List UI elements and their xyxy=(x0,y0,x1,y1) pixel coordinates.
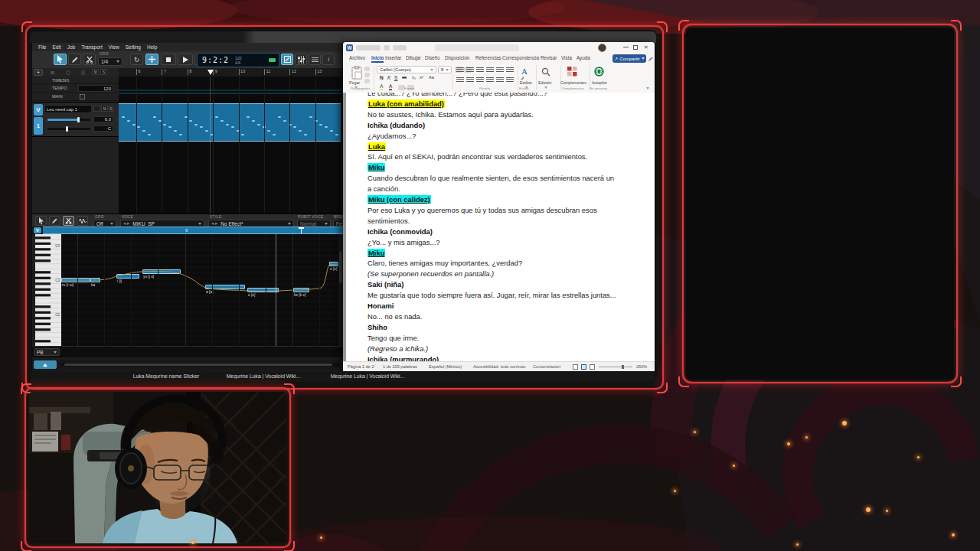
paragraph-tool-icon[interactable] xyxy=(496,67,504,73)
close-button[interactable]: ✕ xyxy=(644,44,648,51)
maximize-button[interactable] xyxy=(633,45,638,50)
pr-wave-tool-button[interactable] xyxy=(77,216,88,226)
region-strip[interactable]: 9 xyxy=(43,227,343,234)
bold-button[interactable]: N xyxy=(380,75,384,80)
tab-vista[interactable]: Vista xyxy=(561,55,572,60)
info-button[interactable]: i xyxy=(322,54,335,65)
cut-icon[interactable] xyxy=(364,67,370,71)
paragraph-tool-icon[interactable] xyxy=(466,67,474,73)
mixer-button[interactable] xyxy=(295,54,307,65)
autosave-toggle[interactable] xyxy=(356,45,381,51)
master-solo-button[interactable]: S xyxy=(100,69,107,75)
pan-slider[interactable] xyxy=(47,128,90,130)
highlight-color-button[interactable]: A xyxy=(380,83,383,90)
zoom-slider[interactable] xyxy=(599,367,632,367)
subscript-button[interactable]: x₂ xyxy=(412,75,416,80)
paragraph-tool-icon[interactable] xyxy=(486,67,494,73)
addins-icon[interactable] xyxy=(567,67,577,77)
daw-menu-file[interactable]: File xyxy=(38,44,46,50)
stop-button[interactable] xyxy=(161,54,176,65)
pr-pointer-tool-button[interactable] xyxy=(35,216,47,226)
master-mute-button[interactable]: M xyxy=(92,69,99,75)
addins-label[interactable]: Complementos xyxy=(560,80,586,85)
piano-keyboard[interactable]: C4 C3 C2 xyxy=(35,234,61,346)
share-button[interactable]: ↗ Compartir xyxy=(612,54,646,63)
track-tool-icon[interactable] xyxy=(51,71,54,74)
vocal-track[interactable]: V 1 Leo need cap 1 M S 6.0 C xyxy=(32,102,119,137)
pencil-tool-button[interactable] xyxy=(68,54,81,65)
play-button[interactable] xyxy=(178,54,193,65)
daw-menu-job[interactable]: Job xyxy=(67,44,75,50)
paragraph-tool-icon[interactable] xyxy=(506,77,514,83)
track-tool-icon[interactable] xyxy=(81,70,85,75)
autopilot-label[interactable]: Autopilot xyxy=(592,80,606,85)
parameter-select[interactable]: PB xyxy=(34,348,60,356)
track-mute-button[interactable]: M xyxy=(101,106,108,112)
tab-ayuda[interactable]: Ayuda xyxy=(577,55,590,60)
loop-button[interactable]: ↻ xyxy=(130,54,143,65)
editing-label[interactable]: Edición xyxy=(538,80,551,85)
font-color-button[interactable]: A xyxy=(389,83,392,90)
editor-pen-icon[interactable] xyxy=(648,56,654,62)
paste-label[interactable]: Pegar xyxy=(349,80,360,85)
tab-insertar[interactable]: Insertar xyxy=(385,55,401,60)
pr-pencil-tool-button[interactable] xyxy=(49,216,60,226)
tab-archivo[interactable]: Archivo xyxy=(349,55,365,60)
undo-redo-icons[interactable] xyxy=(393,45,407,51)
page-indicator[interactable]: Página 2 de 2 xyxy=(348,364,374,369)
vocal-clip[interactable] xyxy=(119,103,341,142)
volume-slider[interactable] xyxy=(47,119,90,121)
piano-roll-grid[interactable]: oru [ɾ ɯ]kai [i]yo [j o]a [a]e [e]ke [k … xyxy=(61,234,338,346)
daw-menu-setting[interactable]: Setting xyxy=(126,44,141,50)
search-box[interactable] xyxy=(435,44,519,51)
superscript-button[interactable]: x² xyxy=(420,75,423,80)
copy-icon[interactable] xyxy=(364,73,370,77)
format-painter-icon[interactable] xyxy=(364,79,370,83)
tab-correspondencia[interactable]: Correspondencia xyxy=(502,55,539,60)
taskbar-item[interactable]: Megurine Luka | Vocaloid Wiki... xyxy=(213,373,314,379)
underline-button[interactable]: S xyxy=(394,75,397,80)
paragraph-tool-icon[interactable] xyxy=(486,77,494,83)
paragraph-tool-icon[interactable] xyxy=(476,67,484,73)
track-name-field[interactable]: Leo need cap 1 xyxy=(44,105,92,113)
daw-menu-view[interactable]: View xyxy=(109,44,119,50)
strikethrough-button[interactable]: ab xyxy=(402,75,407,80)
scissors-tool-button[interactable] xyxy=(83,54,96,65)
taskbar-item[interactable]: Megurine Luka | Vocaloid Wiki... xyxy=(318,373,416,379)
styles-label[interactable]: Estilos xyxy=(520,80,532,85)
styles-icon[interactable]: A xyxy=(521,67,528,81)
web-layout-button[interactable] xyxy=(590,364,595,370)
add-track-button[interactable]: + xyxy=(34,69,43,76)
daw-menu-edit[interactable]: Edit xyxy=(52,44,60,50)
document-page[interactable]: Le cuida...? ¿Yo también...? ¿Pero que e… xyxy=(346,93,655,361)
pr-scissors-tool-button[interactable] xyxy=(63,216,74,226)
read-mode-button[interactable] xyxy=(573,364,578,370)
track-tool-icon[interactable] xyxy=(66,70,70,75)
edit-panel-button[interactable] xyxy=(281,54,293,65)
tab-referencias[interactable]: Referencias xyxy=(475,55,501,60)
autopilot-icon[interactable] xyxy=(594,67,604,77)
paragraph-tool-icon[interactable] xyxy=(476,77,484,83)
collapse-ribbon-icon[interactable] xyxy=(646,87,649,90)
tempo-value-box[interactable]: 120 xyxy=(78,85,113,92)
zoom-level[interactable]: 250% xyxy=(636,364,647,369)
list-view-button[interactable] xyxy=(309,54,321,65)
account-avatar[interactable] xyxy=(598,44,606,52)
paragraph-tool-icon[interactable] xyxy=(506,67,514,73)
paragraph-tool-icon[interactable] xyxy=(456,67,464,73)
tab-revisar[interactable]: Revisar xyxy=(541,55,557,60)
tab-diseño[interactable]: Diseño xyxy=(425,55,440,60)
horizontal-scrollbar[interactable] xyxy=(60,363,340,367)
word-count[interactable]: 1 de 205 palabras xyxy=(383,364,417,369)
daw-menu-transport[interactable]: Transport xyxy=(81,44,103,50)
paragraph-tool-icon[interactable] xyxy=(496,77,504,83)
find-icon[interactable] xyxy=(541,67,550,77)
tab-inicio[interactable]: Inicio xyxy=(371,55,384,63)
language-indicator[interactable]: Español (México) xyxy=(429,364,462,369)
paragraph-tool-icon[interactable] xyxy=(456,77,464,83)
piano-roll-region-bar[interactable]: V 9 xyxy=(32,227,343,234)
taskbar-item[interactable]: Luka Megurine name Sticker xyxy=(116,373,216,379)
main-checkbox[interactable] xyxy=(80,94,85,99)
paragraph-tool-icon[interactable] xyxy=(466,77,474,83)
save-icon[interactable] xyxy=(384,45,390,51)
